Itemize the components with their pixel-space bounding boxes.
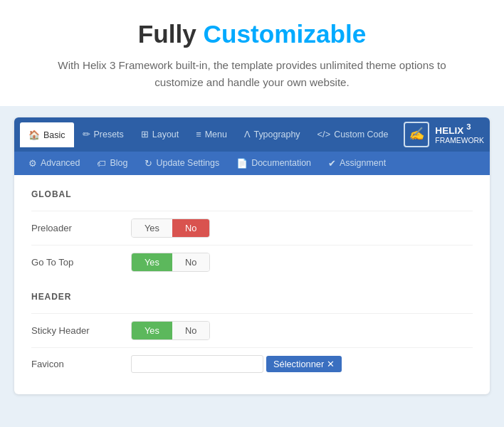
tab-typography[interactable]: Λ Typography [236,122,309,147]
go-to-top-row: Go To Top Yes No [31,245,473,279]
sticky-header-yes-button[interactable]: Yes [132,322,172,339]
tab-documentation-label: Documentation [251,158,311,168]
tab-custom-code[interactable]: </> Custom Code [309,122,397,147]
favicon-input[interactable] [131,355,263,373]
tab-layout[interactable]: ⊞ Layout [132,122,187,147]
hero-subtitle: With Helix 3 Framework built-in, the tem… [43,57,461,92]
preloader-toggle: Yes No [131,218,210,238]
tab-layout-label: Layout [152,130,179,139]
tab-documentation[interactable]: 📄 Documentation [228,152,320,175]
hero-title: Fully Customizable [43,20,461,48]
preloader-no-button[interactable]: No [172,219,209,237]
nav-bottom: ⚙ Advanced 🏷 Blog ↻ Update Settings 📄 Do… [14,152,490,175]
sticky-header-no-button[interactable]: No [172,322,209,339]
favicon-row: Favicon Sélectionner ✕ [31,347,473,380]
tab-basic-label: Basic [43,130,65,140]
favicon-select-button[interactable]: Sélectionner ✕ [266,356,342,372]
tab-basic[interactable]: 🏠 Basic [20,122,74,147]
tab-assignment-label: Assignment [340,158,386,168]
tab-typography-label: Typography [253,130,300,139]
tab-blog-label: Blog [110,158,127,168]
gear-icon: ⚙ [28,158,37,169]
tab-update-settings-label: Update Settings [156,158,219,168]
preloader-row: Preloader Yes No [31,211,473,245]
favicon-select-group: Sélectionner ✕ [131,355,342,373]
doc-icon: 📄 [236,158,248,169]
sticky-header-toggle: Yes No [131,321,210,340]
sticky-header-row: Sticky Header Yes No [31,313,473,347]
sticky-header-label: Sticky Header [31,325,131,336]
refresh-icon: ↻ [145,158,152,169]
code-icon: </> [317,129,331,139]
hero-title-highlight: Customizable [204,20,367,48]
go-to-top-yes-button[interactable]: Yes [132,253,172,271]
nav-top: 🏠 Basic ✏ Presets ⊞ Layout ≡ Menu Λ Typo… [14,117,490,152]
tab-presets-label: Presets [94,130,124,139]
hero-title-prefix: Fully [138,20,204,48]
global-section-label: GLOBAL [31,189,473,199]
favicon-label: Favicon [31,359,131,369]
tab-blog[interactable]: 🏷 Blog [88,152,136,175]
tab-custom-code-label: Custom Code [334,130,388,139]
tab-assignment[interactable]: ✔ Assignment [320,152,394,175]
go-to-top-no-button[interactable]: No [172,253,209,271]
hero-section: Fully Customizable With Helix 3 Framewor… [0,0,504,106]
pencil-icon: ✏ [83,129,90,139]
header-section-label: HEADER [31,292,473,302]
tab-presets[interactable]: ✏ Presets [74,122,132,147]
tab-menu[interactable]: ≡ Menu [187,122,236,147]
logo-subtitle: FRAMEWORK [435,137,484,145]
logo-icon: ✍ [404,122,429,147]
tab-menu-label: Menu [205,130,227,139]
preloader-yes-button[interactable]: Yes [132,219,172,237]
logo-text: HELIX 3 FRAMEWORK [435,122,484,145]
go-to-top-toggle: Yes No [131,253,210,272]
logo-area: ✍ HELIX 3 FRAMEWORK [397,117,490,152]
tab-advanced-label: Advanced [41,158,80,168]
panel-content: GLOBAL Preloader Yes No Go To Top Yes No… [14,175,490,394]
tab-update-settings[interactable]: ↻ Update Settings [136,152,228,175]
tag-icon: 🏷 [97,158,106,169]
framework-panel: 🏠 Basic ✏ Presets ⊞ Layout ≡ Menu Λ Typo… [14,117,490,394]
menu-icon: ≡ [196,129,201,139]
typography-icon: Λ [244,129,251,139]
grid-icon: ⊞ [141,129,149,139]
preloader-label: Preloader [31,223,131,233]
home-icon: 🏠 [28,130,40,140]
tab-advanced[interactable]: ⚙ Advanced [20,152,88,175]
check-icon: ✔ [328,158,336,169]
go-to-top-label: Go To Top [31,257,131,268]
logo-char: ✍ [409,127,424,142]
logo-name: HELIX 3 [435,125,471,136]
panel-wrapper: 🏠 Basic ✏ Presets ⊞ Layout ≡ Menu Λ Typo… [0,106,504,408]
